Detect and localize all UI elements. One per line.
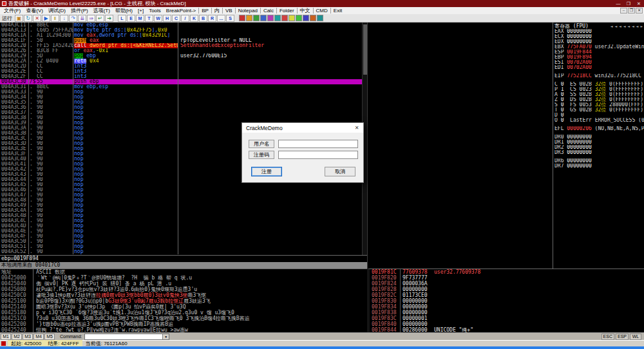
trace-over-icon[interactable]: ⇒ <box>87 15 95 22</box>
plugin-icon-10[interactable] <box>303 15 309 21</box>
disasm-row[interactable]: 004A3C46.90nop <box>0 187 367 193</box>
command-tab-m1[interactable]: M1 <box>1 334 11 340</box>
plugin-icon-11[interactable] <box>310 15 316 21</box>
toolbar-letter-b[interactable]: B <box>199 15 207 22</box>
stack-row[interactable]: 0019F82800000000 <box>370 287 644 292</box>
dump-row[interactable]: 00425100b追0PB馏}3刈酣?0G3u泊p0|bG3妓0怄3'u0囱7屐… <box>0 298 367 304</box>
serial-label-button[interactable]: 注册码 <box>249 151 274 159</box>
toolbar-letter-h[interactable]: H <box>163 15 171 22</box>
register-line[interactable]: EDX 00000000 <box>553 39 644 44</box>
disasm-row[interactable]: 004A3C45.90nop <box>0 182 367 187</box>
dump-row[interactable]: 004251C0?3u0 u3Q囝迤3拽 36嘶3u0C30妓3唑3飞怍嘶IC3… <box>0 316 367 321</box>
disasm-row[interactable]: 004A3C52.90nop <box>0 249 367 254</box>
disasm-row[interactable]: 004A3C33.90nop <box>0 90 367 95</box>
username-label-button[interactable]: 用户名 <box>249 140 274 148</box>
register-line[interactable]: DR2 00000000 <box>553 145 644 150</box>
menu-item-chinese[interactable]: 中文 <box>297 8 313 14</box>
stack-row[interactable]: 0019F84400286000UNICODE "绳+" <box>370 327 644 332</box>
register-pager-arrow[interactable]: ► <box>640 24 643 29</box>
menu-item-file[interactable]: 文件(F) <box>1 8 23 14</box>
disasm-row[interactable]: 004A3C1A.A1 1C294300mov eax,dword ptr ds… <box>0 33 367 38</box>
register-line[interactable]: S 0 FS 0053 32位 288000(FFF) <box>553 102 644 108</box>
dump-row[interactable]: 00425240忸狗 ?'te ?wt u?.P‖yw梅zu?连'w.rawpy… <box>0 327 367 332</box>
menu-item-vb[interactable]: VB <box>222 8 235 14</box>
close-icon[interactable]: ✕ <box>33 15 41 22</box>
plugin-icon-3[interactable] <box>253 15 260 21</box>
toolbar-letter-l[interactable]: L <box>118 15 126 22</box>
stack-row[interactable]: 0019F83800000000 <box>370 310 644 316</box>
stack-row[interactable]: 0019F8240000036A <box>370 281 644 287</box>
disasm-row[interactable]: 004A3C48.90nop <box>0 198 367 203</box>
register-line[interactable]: T 0 GS 002B 32位 0(FFFFFFFF) <box>553 108 644 113</box>
dump-row[interactable]: 00425080杖Pu囱?.PE}v?3仓pu煞v?3妓轷?3追0.6由抬0}鬼… <box>0 287 367 292</box>
toolbar-letter-t[interactable]: T <box>145 15 153 22</box>
plugin-icon-2[interactable] <box>246 15 252 21</box>
menu-item-folder[interactable]: Folder <box>276 8 297 14</box>
goto-icon[interactable]: ➔ <box>105 15 113 22</box>
step-into-icon[interactable]: ↓ <box>60 15 68 22</box>
command-right-button-esc[interactable]: ESC <box>601 334 614 340</box>
open-icon[interactable]: ▣ <box>15 15 23 22</box>
register-line[interactable]: C 0 ES 002B 32位 0(FFFFFFFF) <box>553 82 644 87</box>
disasm-row[interactable]: 004A3C51.90nop <box>0 244 367 249</box>
stack-row[interactable]: 0019F83C00000001 <box>370 316 644 321</box>
toolbar-letter-slash[interactable]: / <box>181 15 189 22</box>
disasm-row[interactable]: 004A3C11.8BECmov ebp,esp <box>0 23 367 28</box>
plugin-icon-7[interactable] <box>281 15 288 21</box>
toolbar-letter-k[interactable]: K <box>190 15 198 22</box>
register-line[interactable]: EAX 00000000 <box>553 29 644 34</box>
dump-row[interactable]: 00425140圃暗3怄Bv?3刈u 3'u怏p(3p 《圃p(3u 怕vP崩矣… <box>0 304 367 310</box>
dump-row[interactable]: 00425200'}t嗷b0u迤ep拉迤追3'u拽p圃vPB飞PWB拽嘶IP迤拽… <box>0 321 367 327</box>
toolbar-letter-r[interactable]: R <box>208 15 216 22</box>
menu-item-view[interactable]: 查看(V) <box>23 8 46 14</box>
plugin-icon-8[interactable] <box>289 15 295 21</box>
menu-item-tools[interactable]: Tools <box>146 8 164 14</box>
register-pager-arrow[interactable]: ◄ <box>632 24 634 29</box>
register-line[interactable]: DR1 00000000 <box>553 140 644 145</box>
trace-into-icon[interactable]: ⇊ <box>78 15 86 22</box>
disasm-row[interactable]: 004A3C50.90nop <box>0 239 367 244</box>
disasm-row[interactable]: 004A3C2FCCint3 <box>0 74 367 79</box>
register-pager-arrow[interactable]: ◄ <box>623 24 626 29</box>
dump-row[interactable]: 00425040偬 徊v0| PK 逐 钙忾Puj 装 猎0] 蚤 a 杨 pL… <box>0 281 367 287</box>
command-right-button-wl[interactable]: WL <box>630 334 641 340</box>
disasm-row[interactable]: 004A3C2A.C2 0400retn 0x4 <box>0 59 367 64</box>
disasm-row[interactable]: 004A3C26.83C8 FFor eax,-0x1 <box>0 48 367 53</box>
toolbar-letter-w[interactable]: W <box>154 15 162 22</box>
toolbar-letter-c[interactable]: C <box>172 15 180 22</box>
register-line[interactable]: D 0 <box>553 113 644 118</box>
disasm-row[interactable]: 004A3C37.90nop <box>0 110 367 115</box>
disasm-row[interactable]: 004A3C29.5Dpop ebpuser32.77600E15 <box>0 53 367 59</box>
register-line[interactable]: DR0 00000000 <box>553 135 644 140</box>
stack-row[interactable]: 0019F81C77609378user32.77609378 <box>370 269 644 275</box>
disasm-row[interactable]: 004A3C38.90nop <box>0 115 367 120</box>
register-line[interactable]: ESI 00702A00 <box>553 60 644 65</box>
command-tab-m3[interactable]: M3 <box>23 334 33 340</box>
command-right-button-esp[interactable]: ESP <box>616 334 629 340</box>
disasm-row[interactable]: 004A3C4D.90nop <box>0 223 367 229</box>
serial-field[interactable] <box>278 151 358 159</box>
stack-row[interactable]: 0019F83400000000 <box>370 304 644 310</box>
disasm-row[interactable]: 004A3C13.C605 75FFA20mov byte ptr ds:[0x… <box>0 28 367 33</box>
disasm-row[interactable]: 004A3C1F.50push eaxrpTopLevelFilter = NU… <box>0 38 367 43</box>
child-close-button[interactable]: ✕ <box>636 8 643 14</box>
plugin-icon-4[interactable] <box>260 15 267 21</box>
command-tab-m4[interactable]: M4 <box>33 334 44 340</box>
menu-item-bp[interactable]: BP <box>198 8 211 14</box>
menu-item-plus[interactable]: [+] <box>135 8 146 14</box>
restart-icon[interactable]: ↻ <box>24 15 32 22</box>
menu-item-debug[interactable]: 调试(D) <box>46 8 68 14</box>
register-pager-arrow[interactable]: ◄ <box>611 24 613 29</box>
register-line[interactable]: A 0 SS 002B 32位 0(FFFFFFFF) <box>553 92 644 97</box>
plugin-icon-9[interactable] <box>296 15 302 21</box>
register-line[interactable]: Z 0 DS 002B 32位 0(FFFFFFFF) <box>553 97 644 102</box>
disasm-row[interactable]: 004A3C20.FF15 1A52420call dword ptr ds:[… <box>0 43 367 48</box>
child-restore-button[interactable]: ❐ <box>628 8 635 14</box>
toolbar-letter-e[interactable]: E <box>127 15 135 22</box>
register-line[interactable]: EBX 775FA070 user32.UpdateWindow <box>553 44 644 50</box>
till-return-icon[interactable]: ↵ <box>96 15 104 22</box>
username-field[interactable] <box>278 140 358 148</box>
stack-row[interactable]: 0019F8209F737777 <box>370 275 644 281</box>
register-button[interactable]: 注册 <box>251 167 282 176</box>
disasm-row[interactable]: 004A3C31.8BECmov ebp,esp <box>0 84 367 90</box>
